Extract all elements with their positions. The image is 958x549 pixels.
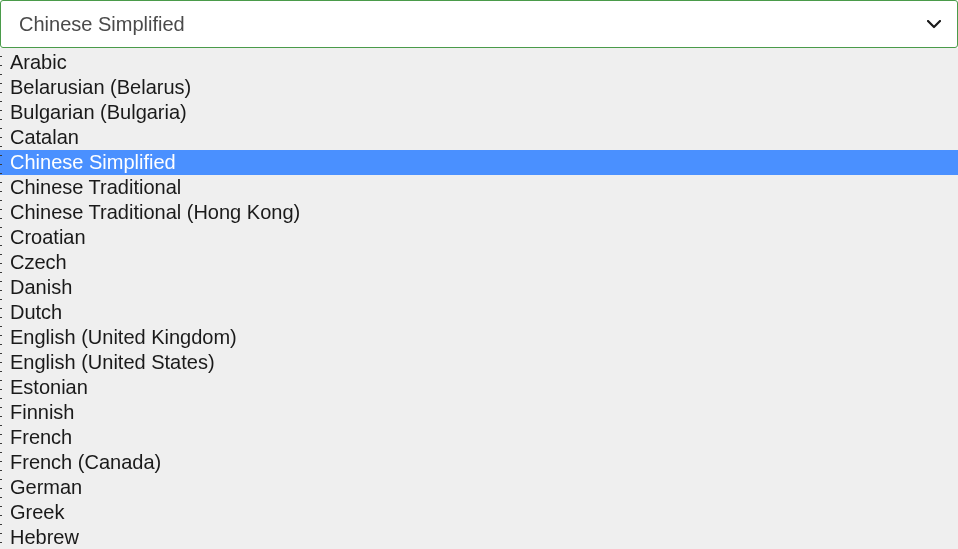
language-option[interactable]: Belarusian (Belarus) [0, 75, 958, 100]
language-option[interactable]: English (United States) [0, 350, 958, 375]
language-option[interactable]: Estonian [0, 375, 958, 400]
language-option[interactable]: Bulgarian (Bulgaria) [0, 100, 958, 125]
language-option[interactable]: Czech [0, 250, 958, 275]
language-select-value: Chinese Simplified [19, 13, 185, 36]
language-option[interactable]: Greek [0, 500, 958, 525]
language-select-trigger[interactable]: Chinese Simplified [0, 0, 958, 48]
language-option[interactable]: Arabic [0, 50, 958, 75]
chevron-down-icon [925, 15, 943, 33]
language-option[interactable]: Chinese Traditional (Hong Kong) [0, 200, 958, 225]
language-option[interactable]: Chinese Simplified [0, 150, 958, 175]
language-option[interactable]: Hebrew [0, 525, 958, 549]
language-option[interactable]: Finnish [0, 400, 958, 425]
language-option[interactable]: Catalan [0, 125, 958, 150]
language-dropdown-list: ArabicBelarusian (Belarus)Bulgarian (Bul… [0, 48, 958, 549]
language-option[interactable]: Croatian [0, 225, 958, 250]
language-option[interactable]: Dutch [0, 300, 958, 325]
language-select: Chinese Simplified ArabicBelarusian (Bel… [0, 0, 958, 549]
language-option[interactable]: French [0, 425, 958, 450]
language-option[interactable]: French (Canada) [0, 450, 958, 475]
language-option[interactable]: Danish [0, 275, 958, 300]
language-option[interactable]: English (United Kingdom) [0, 325, 958, 350]
language-option[interactable]: Chinese Traditional [0, 175, 958, 200]
language-option[interactable]: German [0, 475, 958, 500]
